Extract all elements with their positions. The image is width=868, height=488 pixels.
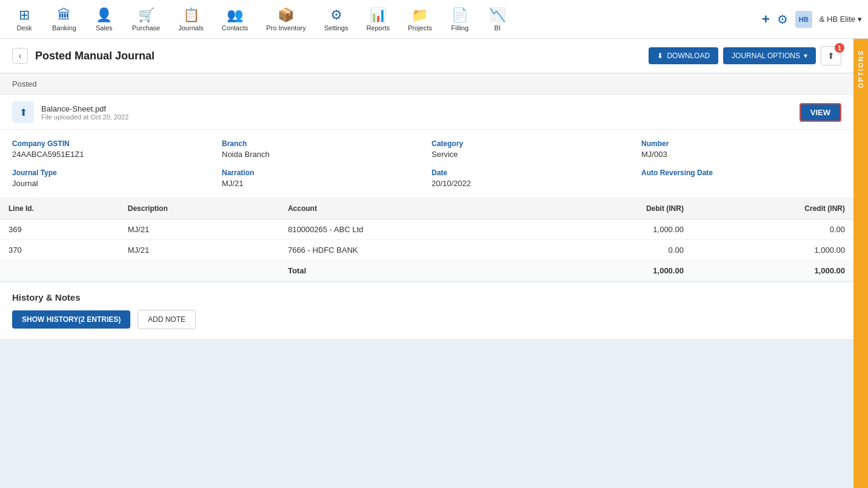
add-button[interactable]: + xyxy=(762,12,770,27)
chevron-down-icon: ▾ xyxy=(858,15,862,24)
page-header-left: ‹ Posted Manual Journal xyxy=(12,48,155,64)
purchase-icon: 🛒 xyxy=(138,7,155,23)
cell-credit: 1,000.00 xyxy=(692,240,853,261)
contacts-icon: 👥 xyxy=(227,7,243,23)
attachment-name: Balance-Sheet.pdf xyxy=(41,104,792,113)
detail-label-date: Date xyxy=(432,169,632,177)
total-empty-1 xyxy=(0,261,119,281)
nav-item-banking[interactable]: 🏛 Banking xyxy=(44,2,85,36)
nav-item-purchase[interactable]: 🛒 Purchase xyxy=(124,2,169,36)
options-label[interactable]: OPTIONS xyxy=(855,44,867,95)
upload-button[interactable]: ⬆ 1 xyxy=(821,46,841,65)
detail-category: Category Service xyxy=(432,139,632,159)
total-debit: 1,000.00 xyxy=(539,261,692,281)
journal-options-label: JOURNAL OPTIONS xyxy=(732,52,800,60)
nav-item-pro-inventory[interactable]: 📦 Pro Inventory xyxy=(258,2,314,36)
cell-debit: 1,000.00 xyxy=(539,219,692,240)
nav-label-banking: Banking xyxy=(52,24,76,32)
status-bar: Posted xyxy=(0,73,853,95)
sales-icon: 👤 xyxy=(96,7,112,23)
upload-badge: 1 xyxy=(835,43,844,53)
details-grid: Company GSTIN 24AABCA5951E1Z1 Branch Noi… xyxy=(0,130,853,198)
reports-icon: 📊 xyxy=(370,7,386,23)
upload-icon: ⬆ xyxy=(827,51,835,61)
journal-table: Line Id. Description Account Debit (INR)… xyxy=(0,198,853,281)
show-history-button[interactable]: SHOW HISTORY(2 ENTRIES) xyxy=(12,310,130,329)
nav-item-filling[interactable]: 📄 Filling xyxy=(442,2,478,36)
view-button[interactable]: VIEW xyxy=(800,103,841,122)
nav-label-contacts: Contacts xyxy=(222,24,248,32)
attachment-bar: ⬆ Balance-Sheet.pdf File uploaded at Oct… xyxy=(0,95,853,130)
nav-item-projects[interactable]: 📁 Projects xyxy=(399,2,441,36)
detail-journal-type: Journal Type Journal xyxy=(12,169,212,188)
header-actions: ⬇ DOWNLOAD JOURNAL OPTIONS ▾ ⬆ 1 xyxy=(649,46,841,65)
add-note-button[interactable]: ADD NOTE xyxy=(138,310,196,329)
page-area: ‹ Posted Manual Journal ⬇ DOWNLOAD JOURN… xyxy=(0,39,853,488)
desk-icon: ⊞ xyxy=(19,7,30,23)
detail-auto-reversing-date: Auto Reversing Date xyxy=(641,169,841,188)
nav-item-contacts[interactable]: 👥 Contacts xyxy=(213,2,256,36)
col-line-id: Line Id. xyxy=(0,198,119,219)
attachment-file-icon: ⬆ xyxy=(12,101,34,123)
detail-value-narration: MJ/21 xyxy=(222,179,422,188)
page-header: ‹ Posted Manual Journal ⬇ DOWNLOAD JOURN… xyxy=(0,39,853,73)
nav-item-journals[interactable]: 📋 Journals xyxy=(170,2,212,36)
nav-label-pro-inventory: Pro Inventory xyxy=(266,24,305,32)
cell-line-id: 370 xyxy=(0,240,119,261)
nav-label-desk: Desk xyxy=(16,24,32,32)
cell-account: 810000265 - ABC Ltd xyxy=(279,219,539,240)
dropdown-icon: ▾ xyxy=(804,52,807,60)
detail-label-narration: Narration xyxy=(222,169,422,177)
attachment-date: File uploaded at Oct 20, 2022 xyxy=(41,113,792,121)
main-content: ‹ Posted Manual Journal ⬇ DOWNLOAD JOURN… xyxy=(0,39,868,488)
history-section: History & Notes SHOW HISTORY(2 ENTRIES) … xyxy=(0,282,853,339)
nav-item-reports[interactable]: 📊 Reports xyxy=(358,2,398,36)
cell-line-id: 369 xyxy=(0,219,119,240)
nav-label-journals: Journals xyxy=(178,24,204,32)
back-button[interactable]: ‹ xyxy=(12,48,28,64)
col-debit: Debit (INR) xyxy=(539,198,692,219)
cell-description: MJ/21 xyxy=(119,219,279,240)
nav-item-settings[interactable]: ⚙ Settings xyxy=(316,2,357,36)
nav-label-filling: Filling xyxy=(451,24,469,32)
detail-label-number: Number xyxy=(641,139,841,148)
detail-value-branch: Noida Branch xyxy=(222,150,422,159)
table-header-row: Line Id. Description Account Debit (INR)… xyxy=(0,198,853,219)
cell-debit: 0.00 xyxy=(539,240,692,261)
journal-options-button[interactable]: JOURNAL OPTIONS ▾ xyxy=(723,47,816,64)
detail-label-journal-type: Journal Type xyxy=(12,169,212,177)
detail-value-category: Service xyxy=(432,150,632,159)
detail-value-journal-type: Journal xyxy=(12,179,212,188)
col-description: Description xyxy=(119,198,279,219)
col-account: Account xyxy=(279,198,539,219)
line-items-table: Line Id. Description Account Debit (INR)… xyxy=(0,198,853,281)
nav-items: ⊞ Desk 🏛 Banking 👤 Sales 🛒 Purchase 📋 Jo… xyxy=(6,2,762,36)
nav-item-bi[interactable]: 📉 BI xyxy=(479,2,516,36)
user-menu[interactable]: & HB Elite ▾ xyxy=(820,15,862,24)
user-label: & HB Elite xyxy=(820,15,855,24)
pro-inventory-icon: 📦 xyxy=(278,7,294,23)
projects-icon: 📁 xyxy=(412,7,428,23)
download-button[interactable]: ⬇ DOWNLOAD xyxy=(649,47,718,64)
detail-label-company-gstin: Company GSTIN xyxy=(12,139,212,148)
nav-label-settings: Settings xyxy=(324,24,349,32)
page-title: Posted Manual Journal xyxy=(35,50,155,62)
detail-value-date: 20/10/2022 xyxy=(432,179,632,188)
cell-credit: 0.00 xyxy=(692,219,853,240)
detail-value-number: MJ/003 xyxy=(641,150,841,159)
gear-icon[interactable]: ⚙ xyxy=(777,12,788,27)
download-icon: ⬇ xyxy=(657,52,663,60)
detail-date: Date 20/10/2022 xyxy=(432,169,632,188)
total-label: Total xyxy=(279,261,539,281)
bi-icon: 📉 xyxy=(489,7,506,23)
nav-item-desk[interactable]: ⊞ Desk xyxy=(6,2,42,36)
avatar: HB xyxy=(795,11,812,28)
filling-icon: 📄 xyxy=(452,7,468,23)
options-sidebar[interactable]: OPTIONS xyxy=(853,39,868,488)
detail-label-branch: Branch xyxy=(222,139,422,148)
total-empty-2 xyxy=(119,261,279,281)
detail-label-auto-reversing-date: Auto Reversing Date xyxy=(641,169,841,177)
nav-item-sales[interactable]: 👤 Sales xyxy=(86,2,122,36)
download-label: DOWNLOAD xyxy=(667,52,710,60)
cell-description: MJ/21 xyxy=(119,240,279,261)
